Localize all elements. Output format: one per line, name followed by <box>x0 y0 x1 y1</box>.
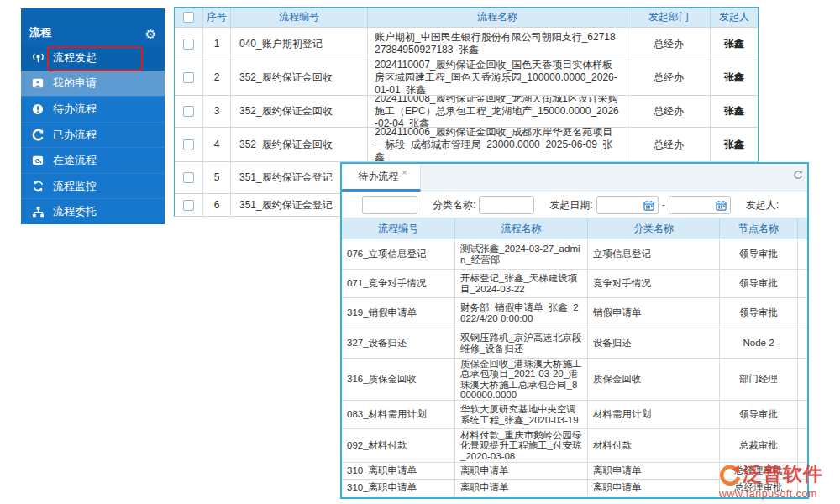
sidebar-item-process-delegate[interactable]: 流程委托 <box>21 198 165 224</box>
end-date-input[interactable] <box>669 196 731 214</box>
process-name-input[interactable] <box>362 196 417 214</box>
cell-name: 2024110007_履约保证金回收_国色天香项目实体样板房区域园建工程_国色天… <box>367 60 627 95</box>
pending-table-header: 流程编号 流程名称 分类名称 节点名称 <box>342 218 807 239</box>
cell-node: Node 2 <box>719 328 797 358</box>
cell-no: 3 <box>202 96 230 127</box>
sidebar-item-inflight-processes[interactable]: G 在途流程 <box>21 147 165 173</box>
pending-table: 流程编号 流程名称 分类名称 节点名称 076_立项信息登记 测试张鑫_2024… <box>342 218 807 496</box>
cell-code: 352_履约保证金回收 <box>230 96 367 127</box>
table-row[interactable]: 4 352_履约保证金回收 2024110006_履约保证金回收_成都水岸华庭名… <box>175 127 758 161</box>
cell-name: 双钢压路机_京沪高速北京段维修_设备归还 <box>454 328 587 358</box>
cell-category: 竞争对手情况 <box>587 270 719 297</box>
cell-node: 领导审批 <box>719 401 797 428</box>
gear-icon[interactable]: ⚙ <box>145 28 156 40</box>
list-item[interactable]: 310_离职申请单 离职申请单 离职申请单 总经理审批 <box>342 480 807 496</box>
col-header-spacer <box>797 218 807 239</box>
initiator-label: 发起人: <box>746 198 779 213</box>
exclamation-icon <box>31 102 45 116</box>
cell-code: 352_履约保证金回收 <box>230 128 367 161</box>
c-arrow-icon <box>31 129 45 142</box>
row-checkbox[interactable] <box>183 139 194 150</box>
cell-initiator: 张鑫 <box>710 28 758 60</box>
cell-initiator: 张鑫 <box>710 60 758 95</box>
sidebar-item-done-processes[interactable]: 已办流程 <box>21 122 165 148</box>
sidebar-item-pending-processes[interactable]: 待办流程 <box>21 96 165 122</box>
table-row[interactable]: 2 352_履约保证金回收 2024110007_履约保证金回收_国色天香项目实… <box>175 60 758 95</box>
cell-dept: 总经办 <box>627 96 710 127</box>
category-label: 分类名称: <box>433 198 475 213</box>
cell-category: 立项信息登记 <box>587 239 719 269</box>
sidebar-item-process-initiate[interactable]: 流程发起 <box>21 45 165 71</box>
list-item[interactable]: 327_设备归还 双钢压路机_京沪高速北京段维修_设备归还 设备归还 Node … <box>342 328 807 359</box>
cell-node: 总经理审批 <box>719 480 797 496</box>
table-row[interactable]: 1 040_账户期初登记 账户期初_中国民生银行股份有限公司朝阳支行_62718… <box>175 27 758 60</box>
row-checkbox[interactable] <box>183 200 194 211</box>
cell-category: 材料需用计划 <box>587 401 719 428</box>
cell-code: 352_履约保证金回收 <box>230 60 367 95</box>
sidebar-item-my-applications[interactable]: 我的申请 <box>21 71 165 97</box>
cell-name: 华软大厦研究基地中央空调系统工程_张鑫_2020-03-19 <box>454 401 587 428</box>
sidebar-title: 流程 <box>29 25 145 40</box>
close-icon[interactable]: × <box>402 167 407 177</box>
calendar-icon <box>643 200 654 211</box>
col-header-initiator: 发起人 <box>710 8 758 27</box>
date-separator: - <box>662 199 665 211</box>
row-checkbox[interactable] <box>183 172 194 183</box>
cell-node: 部门经理 <box>719 359 797 400</box>
sidebar-item-label: 待办流程 <box>53 102 97 117</box>
panel-refresh-icon[interactable] <box>793 170 803 180</box>
col-header-code: 流程编号 <box>230 8 367 27</box>
cell-name: 测试张鑫_2024-03-27_admin_经营部 <box>454 239 587 269</box>
list-item[interactable]: 316_质保金回收 质保金回收_港珠澳大桥施工总承包项目_2021-03-20_… <box>342 359 807 401</box>
cell-name: 财务部_销假申请单_张鑫_2022/4/20 0:00:00 <box>454 298 587 328</box>
cell-no: 5 <box>202 162 230 193</box>
sidebar-header: 流程 ⚙ <box>21 8 165 45</box>
list-item[interactable]: 083_材料需用计划 华软大厦研究基地中央空调系统工程_张鑫_2020-03-1… <box>342 401 807 429</box>
panel-search-bar: 分类名称: 发起日期: - 发起人: <box>342 192 807 218</box>
select-all-checkbox[interactable] <box>183 12 194 23</box>
broadcast-icon <box>31 51 45 65</box>
row-checkbox[interactable] <box>183 39 194 50</box>
cell-code: 319_销假申请单 <box>342 298 454 328</box>
category-input[interactable] <box>479 196 534 214</box>
cell-dept: 总经办 <box>627 28 710 60</box>
app-canvas: 流程 ⚙ 流程发起 我的申请 待办流程 已办流程 <box>0 0 840 504</box>
panel-tabbar: 待办流程 × <box>342 164 807 192</box>
start-date-input[interactable] <box>596 196 659 214</box>
cell-code: 076_立项信息登记 <box>342 239 454 269</box>
sidebar-item-label: 流程发起 <box>53 50 97 66</box>
cell-node: 领导审批 <box>719 270 797 297</box>
sidebar-item-label: 我的申请 <box>53 76 97 91</box>
list-item[interactable]: 076_立项信息登记 测试张鑫_2024-03-27_admin_经营部 立项信… <box>342 239 807 270</box>
row-checkbox[interactable] <box>183 106 194 117</box>
cell-code: 071_竞争对手情况 <box>342 270 454 297</box>
cell-dept: 总经办 <box>627 60 710 95</box>
list-item[interactable]: 319_销假申请单 财务部_销假申请单_张鑫_2022/4/20 0:00:00… <box>342 298 807 328</box>
sidebar-item-label: 在途流程 <box>53 153 97 168</box>
list-item[interactable]: 092_材料付款 材料付款_重庆市鹅岭公园绿化景观提升工程施工_付安琼_2020… <box>342 429 807 463</box>
cell-node: 总经理审批 <box>719 463 797 479</box>
cell-category: 销假申请单 <box>587 298 719 328</box>
cell-category: 质保金回收 <box>587 359 719 400</box>
cell-node: 领导审批 <box>719 298 797 328</box>
cell-no: 4 <box>202 128 230 161</box>
tab-pending-processes[interactable]: 待办流程 × <box>342 164 421 192</box>
refresh-icon <box>31 180 45 193</box>
cell-initiator: 张鑫 <box>710 128 758 161</box>
cell-name: 2024110006_履约保证金回收_成都水岸华庭名苑项目一标段_成都城市管理局… <box>367 128 627 161</box>
list-item[interactable]: 071_竞争对手情况 开标登记_张鑫_天梯建设项目_2024-03-22 竞争对… <box>342 270 807 298</box>
sidebar-item-label: 流程委托 <box>53 204 97 219</box>
cell-name: 2024110008_履约保证金回收_龙湖天街城1区设计采购施工（EPC）总承包… <box>367 96 627 127</box>
table-row[interactable]: 3 352_履约保证金回收 2024110008_履约保证金回收_龙湖天街城1区… <box>175 95 758 127</box>
cell-name: 账户期初_中国民生银行股份有限公司朝阳支行_627182738495092718… <box>367 28 627 60</box>
list-item[interactable]: 310_离职申请单 离职申请单 离职申请单 总经理审批 <box>342 463 807 480</box>
sitemap-icon <box>31 205 45 218</box>
row-checkbox[interactable] <box>183 72 194 83</box>
sidebar-item-process-monitor[interactable]: 流程监控 <box>21 173 165 199</box>
cell-no: 1 <box>202 28 230 60</box>
cell-name: 质保金回收_港珠澳大桥施工总承包项目_2021-03-20_港珠澳大桥施工总承包… <box>454 359 587 400</box>
cell-node: 领导审批 <box>719 239 797 269</box>
cell-name: 离职申请单 <box>454 480 587 496</box>
col-header-dept: 发起部门 <box>627 8 710 27</box>
sidebar: 流程 ⚙ 流程发起 我的申请 待办流程 已办流程 <box>21 8 165 224</box>
